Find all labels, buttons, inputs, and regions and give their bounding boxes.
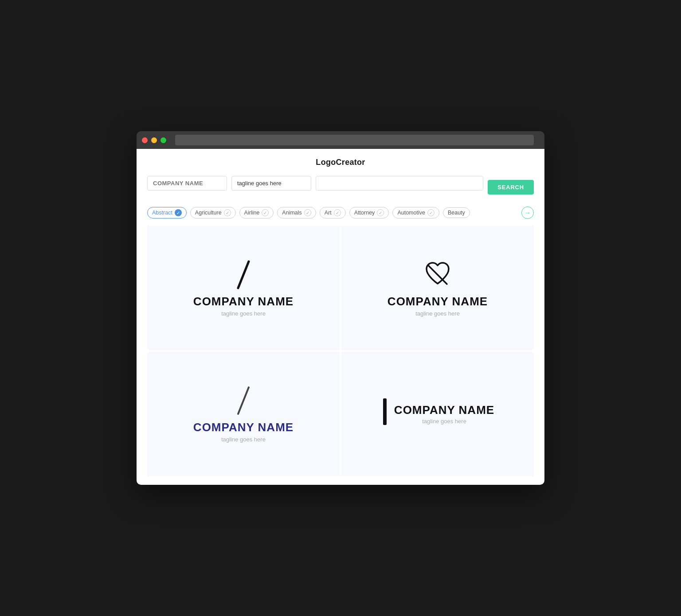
logo-card-2[interactable]: COMPANY NAME tagline goes here <box>341 226 534 350</box>
company-name-input[interactable] <box>147 176 227 191</box>
logo-tagline-1: tagline goes here <box>221 310 266 317</box>
minimize-button[interactable] <box>151 137 157 143</box>
filter-chip-automotive[interactable]: Automotive ✓ <box>392 207 439 218</box>
check-icon: ✓ <box>427 209 434 216</box>
logo-company-name-1: COMPANY NAME <box>193 295 294 308</box>
browser-window: LogoCreator SEARCH Abstract ✓ Agricultur… <box>137 131 544 485</box>
filter-chip-animals[interactable]: Animals ✓ <box>277 207 316 218</box>
logo-grid: COMPANY NAME tagline goes here COMPANY N… <box>147 226 534 476</box>
filter-chip-abstract[interactable]: Abstract ✓ <box>147 207 187 218</box>
logo-tagline-4: tagline goes here <box>394 418 494 425</box>
svg-line-1 <box>428 265 447 284</box>
check-icon: ✓ <box>224 209 231 216</box>
logo-card-1[interactable]: COMPANY NAME tagline goes here <box>147 226 340 350</box>
logo-icon-2 <box>422 259 453 290</box>
logo-card-3[interactable]: COMPANY NAME tagline goes here <box>147 352 340 476</box>
filter-label: Attorney <box>354 210 375 216</box>
filter-label: Airline <box>244 210 260 216</box>
svg-line-2 <box>238 387 249 414</box>
filter-label: Animals <box>282 210 301 216</box>
check-icon: ✓ <box>262 209 269 216</box>
close-button[interactable] <box>142 137 148 143</box>
logo-company-name-4: COMPANY NAME <box>394 403 494 417</box>
filter-bar: Abstract ✓ Agriculture ✓ Airline ✓ Anima… <box>147 207 534 219</box>
filter-label: Abstract <box>152 210 172 216</box>
logo-card-4[interactable]: COMPANY NAME tagline goes here <box>341 352 534 476</box>
check-icon: ✓ <box>377 209 384 216</box>
filter-chip-art[interactable]: Art ✓ <box>320 207 346 218</box>
logo-icon-1 <box>230 259 257 290</box>
logo-tagline-2: tagline goes here <box>415 310 460 317</box>
logo-icon-3 <box>230 385 257 416</box>
app-title: LogoCreator <box>147 158 534 167</box>
check-icon: ✓ <box>175 209 182 216</box>
logo-company-name-3: COMPANY NAME <box>193 421 294 434</box>
search-button[interactable]: SEARCH <box>488 180 534 195</box>
logo-tagline-3: tagline goes here <box>221 436 266 443</box>
logo-icon-4 <box>381 396 389 427</box>
app-container: LogoCreator SEARCH Abstract ✓ Agricultur… <box>137 149 544 485</box>
address-bar[interactable] <box>175 135 534 145</box>
svg-rect-3 <box>383 398 387 425</box>
filter-chip-beauty[interactable]: Beauty <box>443 207 470 218</box>
filter-chip-attorney[interactable]: Attorney ✓ <box>349 207 389 218</box>
filter-label: Agriculture <box>195 210 222 216</box>
svg-line-0 <box>238 261 249 288</box>
check-icon: ✓ <box>304 209 311 216</box>
filter-chip-agriculture[interactable]: Agriculture ✓ <box>190 207 236 218</box>
tagline-input[interactable] <box>231 176 311 191</box>
filter-label: Automotive <box>397 210 425 216</box>
search-bar: SEARCH <box>147 176 534 199</box>
logo-company-name-2: COMPANY NAME <box>387 295 488 308</box>
filter-label: Art <box>325 210 332 216</box>
filter-next-button[interactable]: → <box>521 207 534 219</box>
check-icon: ✓ <box>334 209 341 216</box>
extra-input[interactable] <box>316 176 483 191</box>
filter-chip-airline[interactable]: Airline ✓ <box>239 207 274 218</box>
logo-text-group-4: COMPANY NAME tagline goes here <box>394 403 494 425</box>
browser-titlebar <box>137 131 544 149</box>
filter-label: Beauty <box>448 210 465 216</box>
maximize-button[interactable] <box>160 137 166 143</box>
